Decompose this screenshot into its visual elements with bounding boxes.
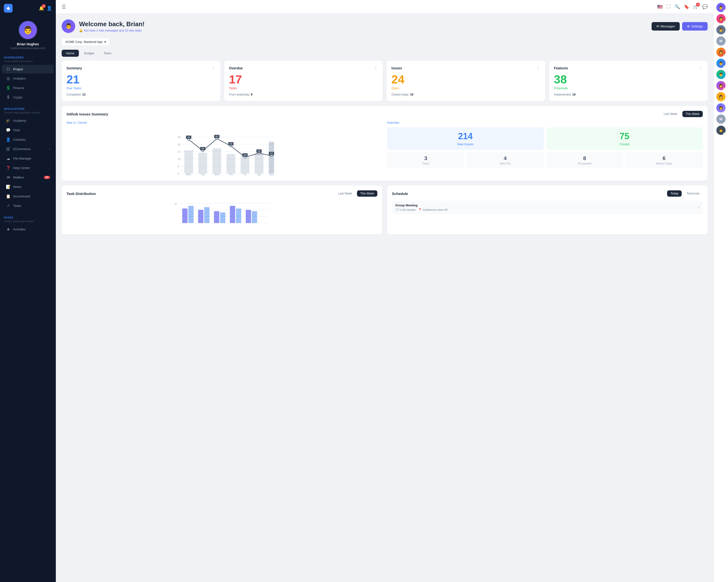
chart-container: 0 9 18 27 36 45 <box>67 127 382 176</box>
flag-icon[interactable]: 🇺🇸 <box>657 4 662 9</box>
schedule-event-name: Group Meeting <box>395 203 447 207</box>
mailbox-icon: ✉ <box>6 175 11 180</box>
today-btn[interactable]: Today <box>667 190 682 197</box>
stat-card-issues-header: Issues ⋮ <box>391 65 540 71</box>
cart-badge: 5 <box>696 3 700 6</box>
envelope-icon: ✉ <box>656 25 659 28</box>
app-logo[interactable]: ◆ <box>4 4 12 12</box>
svg-rect-12 <box>184 150 193 173</box>
svg-text:45: 45 <box>178 136 181 139</box>
rp-avatar-3[interactable]: 👨 <box>717 25 726 34</box>
rp-avatar-8[interactable]: 👩 <box>717 81 726 90</box>
sidebar-item-activities[interactable]: ★ Activities <box>2 225 54 234</box>
issues-number: 24 <box>391 74 540 85</box>
welcome-left: 👨 Welcome back, Brian! 🔔 You have 2 new … <box>62 20 145 33</box>
sidebar-item-label: Help Center <box>13 166 30 170</box>
messages-button[interactable]: ✉ Messages <box>652 22 680 31</box>
cart-icon[interactable]: 🛒 5 <box>693 4 698 9</box>
issues-sub: Closed today: 19 <box>391 93 540 96</box>
issues-menu[interactable]: ⋮ <box>536 65 540 71</box>
sidebar-item-label: Project <box>13 67 23 71</box>
features-menu[interactable]: ⋮ <box>698 65 703 71</box>
tomorrow-btn[interactable]: Tomorrow <box>683 190 703 197</box>
sidebar-item-contacts[interactable]: 👤 Contacts <box>2 135 54 144</box>
analytics-icon: ◎ <box>6 76 11 81</box>
task-this-week-btn[interactable]: This Week <box>357 190 378 197</box>
task-last-week-btn[interactable]: Last Week <box>335 190 355 197</box>
rp-avatar-6[interactable]: 👨 <box>717 59 726 68</box>
rp-dot-6 <box>723 65 725 68</box>
settings-button[interactable]: ⚙ Settings <box>682 22 708 31</box>
user-avatar[interactable]: 👨 <box>18 20 37 40</box>
sidebar-item-finance[interactable]: 💲 Finance <box>2 83 54 92</box>
pages-section-sub: Custom made page designs <box>0 220 56 225</box>
rp-avatar-10[interactable]: 👩 <box>717 103 726 113</box>
sidebar-item-tasks[interactable]: ✓ Tasks <box>2 201 54 210</box>
sidebar-item-scrumboard[interactable]: 📋 Scrumboard <box>2 192 54 201</box>
topbar-left: ☰ <box>62 4 66 10</box>
user-icon[interactable]: 👤 <box>47 6 52 11</box>
sidebar-item-mailbox[interactable]: ✉ Mailbox 27 <box>2 173 54 182</box>
notification-icon[interactable]: 🔔 3 <box>39 6 44 11</box>
rp-avatar-1[interactable]: 👨 <box>717 3 726 12</box>
sidebar-item-ecommerce[interactable]: 🛒 ECommerce › <box>2 144 54 154</box>
github-content: New vs. Closed 0 9 18 27 36 45 <box>67 121 703 176</box>
rp-avatar-5[interactable]: 👩 <box>717 48 726 57</box>
sidebar-item-analytics[interactable]: ◎ Analytics <box>2 74 54 83</box>
topbar: ☰ 🇺🇸 ⛶ 🔍 🔖 🛒 5 💬 <box>56 0 713 13</box>
svg-rect-52 <box>182 209 188 223</box>
svg-text:40: 40 <box>174 202 177 205</box>
rp-avatar-4[interactable]: M <box>717 36 726 46</box>
fullscreen-icon[interactable]: ⛶ <box>666 4 671 9</box>
project-selector[interactable]: ACME Corp. Backend App ▾ <box>62 38 110 46</box>
features-label: Proposals <box>554 86 703 90</box>
chat-icon: 💬 <box>6 128 11 132</box>
sidebar-item-filemanager[interactable]: ☁ File Manager <box>2 154 54 163</box>
contacts-icon: 👤 <box>6 137 11 142</box>
sidebar-item-crypto[interactable]: $ Crypto <box>2 93 54 102</box>
summary-sub: Completed: 13 <box>67 93 215 96</box>
rp-avatar-12[interactable]: 👨 <box>717 126 726 135</box>
this-week-btn[interactable]: This Week <box>682 111 703 117</box>
tab-budget[interactable]: Budget <box>80 50 99 57</box>
project-selector-label: ACME Corp. Backend App <box>65 40 102 44</box>
features-title: Features <box>554 66 568 70</box>
welcome-avatar: 👨 <box>62 20 75 33</box>
tab-home[interactable]: Home <box>62 50 79 57</box>
sidebar-item-label: Tasks <box>13 204 21 207</box>
bookmark-icon[interactable]: 🔖 <box>684 4 689 9</box>
bottom-grid: Task Distribution Last Week This Week 40 <box>62 186 708 234</box>
github-header: Github Issues Summary Last Week This Wee… <box>67 111 703 117</box>
search-icon[interactable]: 🔍 <box>675 4 680 9</box>
sidebar-item-academy[interactable]: 🎓 Academy <box>2 116 54 125</box>
mini-stat-reopened: 8 Re-opened <box>546 152 623 168</box>
rp-avatar-7[interactable]: 👨 <box>717 70 726 79</box>
sidebar-item-helpcenter[interactable]: ❓ Help Center › <box>2 163 54 172</box>
sidebar-header-icons: 🔔 3 👤 <box>39 6 52 11</box>
sidebar-item-chat[interactable]: 💬 Chat <box>2 126 54 135</box>
schedule-arrow-icon[interactable]: › <box>698 205 699 210</box>
sidebar-item-notes[interactable]: 📝 Notes <box>2 182 54 191</box>
svg-text:0: 0 <box>178 172 179 175</box>
user-email: hughes.brian@company.com <box>11 47 45 50</box>
rp-avatar-9[interactable]: 👩 <box>717 92 726 101</box>
svg-text:9: 9 <box>178 165 179 168</box>
stat-card-summary-header: Summary ⋮ <box>67 65 215 71</box>
svg-rect-60 <box>246 210 251 223</box>
hamburger-icon[interactable]: ☰ <box>62 4 66 10</box>
sidebar-item-label: File Manager <box>13 157 31 160</box>
sidebar-item-project[interactable]: □ Project <box>2 65 54 74</box>
overdue-menu[interactable]: ⋮ <box>373 65 378 71</box>
tab-team[interactable]: Team <box>100 50 116 57</box>
rp-avatar-11[interactable]: M <box>717 114 726 124</box>
crypto-icon: $ <box>6 95 11 100</box>
rp-avatar-2[interactable]: 👩 <box>717 14 726 23</box>
svg-text:43: 43 <box>215 135 218 138</box>
sidebar-item-label: Activities <box>13 227 25 231</box>
svg-text:18: 18 <box>178 158 181 161</box>
schedule-toggle: Today Tomorrow <box>667 190 703 197</box>
summary-menu[interactable]: ⋮ <box>211 65 215 71</box>
messages-icon[interactable]: 💬 <box>702 4 708 9</box>
svg-rect-54 <box>198 210 203 223</box>
last-week-btn[interactable]: Last Week <box>660 111 681 117</box>
